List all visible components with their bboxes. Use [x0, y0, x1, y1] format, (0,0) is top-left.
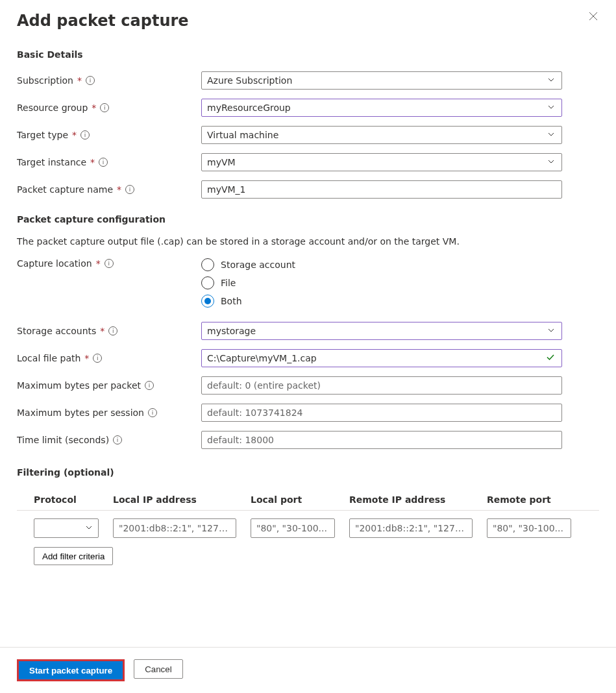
label-subscription: Subscription — [17, 75, 73, 86]
add-filter-button[interactable]: Add filter criteria — [34, 547, 113, 565]
time-limit-input[interactable]: default: 18000 — [201, 431, 562, 449]
radio-both[interactable]: Both — [201, 295, 562, 308]
filter-header-protocol: Protocol — [34, 494, 99, 505]
required-mark: * — [92, 103, 96, 113]
storage-accounts-value: mystorage — [207, 326, 256, 336]
required-mark: * — [96, 258, 101, 269]
max-bytes-session-input[interactable]: default: 1073741824 — [201, 404, 562, 422]
radio-dot-icon — [201, 258, 214, 271]
filter-header-remote-ip: Remote IP address — [349, 494, 473, 505]
info-icon[interactable]: i — [145, 381, 154, 390]
resource-group-select[interactable]: myResourceGroup — [201, 99, 562, 117]
required-mark: * — [100, 326, 105, 336]
filter-header-local-port: Local port — [251, 494, 335, 505]
chevron-down-icon — [85, 523, 93, 533]
info-icon[interactable]: i — [148, 408, 157, 417]
chevron-down-icon — [547, 130, 555, 140]
required-mark: * — [77, 75, 82, 86]
radio-dot-icon — [201, 295, 214, 308]
filter-local-ip-input[interactable]: "2001:db8::2:1", "127.0.0.... — [113, 518, 236, 538]
target-type-select[interactable]: Virtual machine — [201, 126, 562, 144]
placeholder-text: "80", "30-100... — [256, 523, 329, 533]
info-icon[interactable]: i — [100, 103, 109, 112]
placeholder-text: "80", "30-100... — [493, 523, 565, 533]
resource-group-value: myResourceGroup — [207, 103, 291, 113]
radio-storage-account[interactable]: Storage account — [201, 258, 562, 271]
capture-name-value: myVM_1 — [207, 184, 246, 195]
radio-file[interactable]: File — [201, 276, 562, 289]
label-local-file-path: Local file path — [17, 353, 80, 363]
filter-local-port-input[interactable]: "80", "30-100... — [251, 518, 335, 538]
local-file-path-input[interactable]: C:\Capture\myVM_1.cap — [201, 349, 562, 367]
start-capture-button[interactable]: Start packet capture — [17, 659, 125, 681]
placeholder-text: default: 18000 — [207, 435, 274, 445]
required-mark: * — [84, 353, 89, 363]
page-title: Add packet capture — [17, 12, 599, 30]
info-icon[interactable]: i — [86, 76, 95, 85]
label-resource-group: Resource group — [17, 103, 88, 113]
info-icon[interactable]: i — [108, 326, 117, 335]
filter-header-remote-port: Remote port — [487, 494, 571, 505]
required-mark: * — [72, 130, 77, 140]
filter-remote-ip-input[interactable]: "2001:db8::2:1", "127.0.0.... — [349, 518, 473, 538]
label-max-bytes-session: Maximum bytes per session — [17, 407, 144, 418]
close-icon[interactable] — [589, 12, 598, 23]
subscription-value: Azure Subscription — [207, 75, 292, 86]
required-mark: * — [90, 157, 95, 167]
radio-label: Storage account — [221, 260, 295, 270]
label-storage-accounts: Storage accounts — [17, 326, 96, 336]
placeholder-text: "2001:db8::2:1", "127.0.0.... — [119, 523, 230, 533]
capture-name-input[interactable]: myVM_1 — [201, 180, 562, 199]
chevron-down-icon — [547, 326, 555, 336]
helper-text: The packet capture output file (.cap) ca… — [17, 236, 599, 247]
info-icon[interactable]: i — [80, 130, 90, 140]
info-icon[interactable]: i — [125, 185, 134, 194]
placeholder-text: "2001:db8::2:1", "127.0.0.... — [355, 523, 467, 533]
info-icon[interactable]: i — [93, 354, 102, 363]
info-icon[interactable]: i — [113, 435, 122, 444]
chevron-down-icon — [547, 103, 555, 113]
subscription-select[interactable]: Azure Subscription — [201, 71, 562, 90]
max-bytes-packet-input[interactable]: default: 0 (entire packet) — [201, 376, 562, 395]
radio-label: File — [221, 278, 236, 288]
label-max-bytes-packet: Maximum bytes per packet — [17, 380, 141, 391]
filter-remote-port-input[interactable]: "80", "30-100... — [487, 518, 571, 538]
section-filtering: Filtering (optional) — [17, 467, 599, 478]
checkmark-icon — [546, 353, 555, 364]
label-time-limit: Time limit (seconds) — [17, 435, 109, 445]
chevron-down-icon — [547, 75, 555, 86]
label-target-type: Target type — [17, 130, 68, 140]
target-instance-select[interactable]: myVM — [201, 153, 562, 171]
filter-header-local-ip: Local IP address — [113, 494, 236, 505]
required-mark: * — [117, 184, 121, 195]
local-file-path-value: C:\Capture\myVM_1.cap — [207, 353, 317, 363]
radio-label: Both — [221, 296, 242, 306]
target-type-value: Virtual machine — [207, 130, 278, 140]
placeholder-text: default: 1073741824 — [207, 407, 303, 418]
label-capture-name: Packet capture name — [17, 184, 113, 195]
target-instance-value: myVM — [207, 157, 236, 167]
chevron-down-icon — [547, 157, 555, 167]
section-basic-details: Basic Details — [17, 49, 599, 60]
info-icon[interactable]: i — [99, 158, 108, 167]
filter-protocol-select[interactable] — [34, 518, 99, 538]
label-capture-location: Capture location — [17, 258, 92, 269]
cancel-button[interactable]: Cancel — [134, 659, 183, 679]
storage-accounts-select[interactable]: mystorage — [201, 322, 562, 340]
placeholder-text: default: 0 (entire packet) — [207, 380, 321, 391]
section-capture-config: Packet capture configuration — [17, 214, 599, 225]
radio-dot-icon — [201, 276, 214, 289]
label-target-instance: Target instance — [17, 157, 86, 167]
info-icon[interactable]: i — [105, 259, 114, 268]
